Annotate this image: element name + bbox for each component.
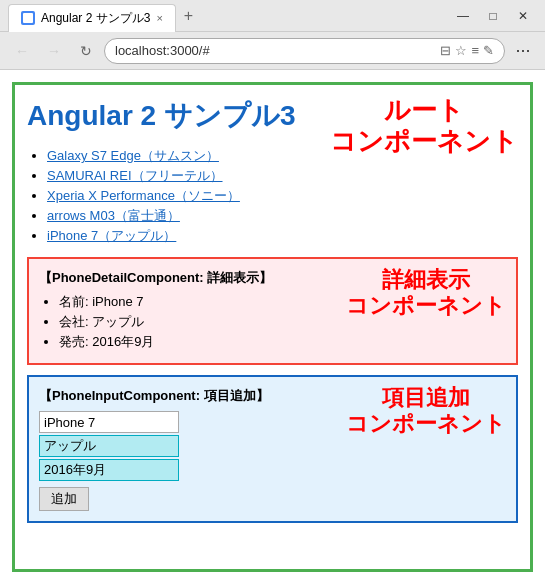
page-content: ルート コンポーネント Angular 2 サンプル3 Galaxy S7 Ed… bbox=[0, 70, 545, 585]
detail-item-release: 発売: 2016年9月 bbox=[59, 333, 506, 351]
list-item: SAMURAI REI（フリーテル） bbox=[47, 167, 518, 185]
new-tab-button[interactable]: + bbox=[176, 3, 201, 29]
active-tab[interactable]: Angular 2 サンプル3 × bbox=[8, 4, 176, 32]
add-button[interactable]: 追加 bbox=[39, 487, 89, 511]
root-component-label: ルート コンポーネント bbox=[330, 95, 518, 157]
root-label-line1: ルート bbox=[384, 95, 464, 125]
minimize-button[interactable]: — bbox=[449, 2, 477, 30]
maximize-button[interactable]: □ bbox=[479, 2, 507, 30]
svg-rect-0 bbox=[23, 13, 33, 23]
detail-component: 【PhoneDetailComponent: 詳細表示】 詳細表示 コンポーネン… bbox=[27, 257, 518, 365]
root-component: ルート コンポーネント Angular 2 サンプル3 Galaxy S7 Ed… bbox=[12, 82, 533, 572]
detail-component-label: 詳細表示 コンポーネント bbox=[346, 267, 506, 320]
close-button[interactable]: ✕ bbox=[509, 2, 537, 30]
company-input[interactable] bbox=[39, 435, 179, 457]
release-input[interactable] bbox=[39, 459, 179, 481]
forward-button[interactable]: → bbox=[40, 37, 68, 65]
input-component: 【PhoneInputComponent: 項目追加】 項目追加 コンポーネント… bbox=[27, 375, 518, 523]
tab-favicon bbox=[21, 11, 35, 25]
detail-label-line1: 詳細表示 bbox=[382, 267, 470, 292]
phone-link-galaxy[interactable]: Galaxy S7 Edge（サムスン） bbox=[47, 148, 219, 163]
phone-link-xperia[interactable]: Xperia X Performance（ソニー） bbox=[47, 188, 240, 203]
phone-list: Galaxy S7 Edge（サムスン） SAMURAI REI（フリーテル） … bbox=[27, 147, 518, 245]
address-text: localhost:3000/# bbox=[115, 43, 434, 58]
detail-label-line2: コンポーネント bbox=[346, 293, 506, 318]
input-label-line1: 項目追加 bbox=[382, 385, 470, 410]
list-item: arrows M03（富士通） bbox=[47, 207, 518, 225]
phone-link-samurai[interactable]: SAMURAI REI（フリーテル） bbox=[47, 168, 223, 183]
browser-frame: Angular 2 サンプル3 × + — □ ✕ ← → ↻ localhos… bbox=[0, 0, 545, 585]
browser-menu-button[interactable]: ··· bbox=[509, 37, 537, 65]
bookmark-icon[interactable]: ☆ bbox=[455, 43, 467, 58]
reader-icon[interactable]: ⊟ bbox=[440, 43, 451, 58]
tab-close-button[interactable]: × bbox=[156, 12, 162, 24]
list-item: Xperia X Performance（ソニー） bbox=[47, 187, 518, 205]
tab-title: Angular 2 サンプル3 bbox=[41, 10, 150, 27]
tab-bar: Angular 2 サンプル3 × + bbox=[8, 0, 201, 32]
tools-icon[interactable]: ≡ bbox=[471, 43, 479, 58]
list-item: iPhone 7（アップル） bbox=[47, 227, 518, 245]
address-bar[interactable]: localhost:3000/# ⊟ ☆ ≡ ✎ bbox=[104, 38, 505, 64]
address-icons: ⊟ ☆ ≡ ✎ bbox=[440, 43, 494, 58]
edit-icon[interactable]: ✎ bbox=[483, 43, 494, 58]
back-button[interactable]: ← bbox=[8, 37, 36, 65]
phone-link-arrows[interactable]: arrows M03（富士通） bbox=[47, 208, 180, 223]
refresh-button[interactable]: ↻ bbox=[72, 37, 100, 65]
root-label-line2: コンポーネント bbox=[330, 126, 518, 156]
name-input[interactable] bbox=[39, 411, 179, 433]
phone-link-iphone[interactable]: iPhone 7（アップル） bbox=[47, 228, 176, 243]
title-bar: Angular 2 サンプル3 × + — □ ✕ bbox=[0, 0, 545, 32]
input-component-label: 項目追加 コンポーネント bbox=[346, 385, 506, 438]
input-label-line2: コンポーネント bbox=[346, 411, 506, 436]
nav-bar: ← → ↻ localhost:3000/# ⊟ ☆ ≡ ✎ ··· bbox=[0, 32, 545, 70]
window-controls: — □ ✕ bbox=[449, 2, 537, 30]
